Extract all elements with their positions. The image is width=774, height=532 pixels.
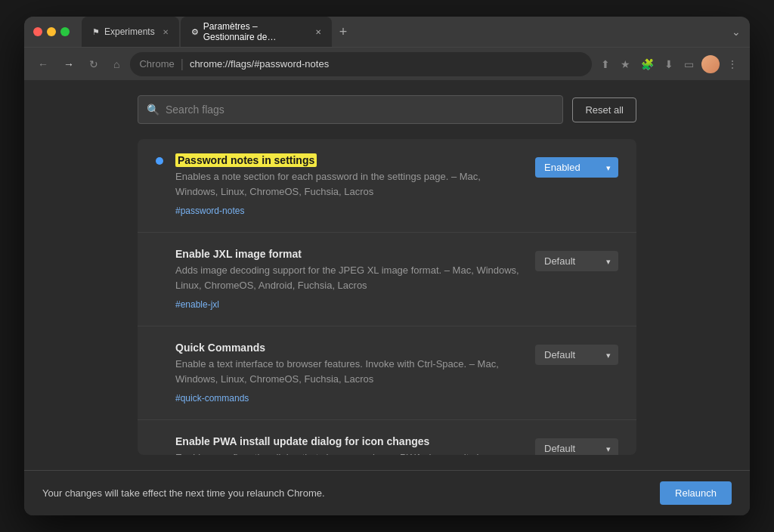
default-dropdown-wrapper-jxl: Default Enabled Disabled bbox=[535, 251, 618, 271]
address-bar[interactable]: Chrome | chrome://flags/#password-notes bbox=[130, 52, 592, 76]
flag-info-pwa-update: Enable PWA install update dialog for ico… bbox=[175, 435, 523, 455]
new-tab-button[interactable]: + bbox=[333, 17, 354, 47]
flag-desc-password-notes: Enables a note section for each password… bbox=[175, 169, 523, 199]
flag-name-pwa-update: Enable PWA install update dialog for ico… bbox=[175, 435, 523, 447]
flags-list: Password notes in settings Enables a not… bbox=[138, 139, 636, 455]
flag-link-password-notes[interactable]: #password-notes bbox=[175, 206, 244, 216]
forward-button[interactable]: → bbox=[59, 55, 79, 73]
minimize-button[interactable] bbox=[47, 27, 56, 36]
flag-name-jxl: Enable JXL image format bbox=[175, 248, 523, 260]
flag-desc-quick-commands: Enable a text interface to browser featu… bbox=[175, 357, 523, 386]
share-button[interactable]: ⬆ bbox=[598, 55, 613, 73]
address-url: chrome://flags/#password-notes bbox=[190, 58, 329, 70]
title-bar: ⚑ Experiments ✕ ⚙ Paramètres – Gestionna… bbox=[24, 17, 750, 47]
enabled-dropdown-wrapper: Enabled Disabled Default bbox=[535, 157, 618, 178]
flag-dropdown-quick-commands[interactable]: Default Enabled Disabled bbox=[535, 345, 618, 365]
cast-button[interactable]: ▭ bbox=[681, 55, 697, 73]
avatar[interactable] bbox=[701, 55, 720, 73]
extensions-button[interactable]: 🧩 bbox=[638, 55, 657, 73]
tab-experiments-label: Experiments bbox=[104, 26, 155, 37]
flag-item-enable-jxl: Enable JXL image format Adds image decod… bbox=[138, 233, 636, 326]
flag-desc-pwa-update: Enable a confirmation dialog that shows … bbox=[175, 450, 523, 455]
flags-container: 🔍 Reset all Password notes in settings bbox=[24, 80, 750, 470]
flag-dropdown-jxl[interactable]: Default Enabled Disabled bbox=[535, 251, 618, 271]
search-input-wrapper: 🔍 bbox=[138, 95, 563, 124]
flag-link-quick-commands[interactable]: #quick-commands bbox=[175, 393, 249, 404]
reset-all-button[interactable]: Reset all bbox=[572, 97, 636, 122]
reload-button[interactable]: ↻ bbox=[85, 55, 103, 73]
settings-tab-icon: ⚙ bbox=[191, 27, 199, 37]
tab-settings[interactable]: ⚙ Paramètres – Gestionnaire de… ✕ bbox=[181, 17, 332, 47]
flag-info-password-notes: Password notes in settings Enables a not… bbox=[175, 154, 523, 217]
tab-experiments[interactable]: ⚑ Experiments ✕ bbox=[82, 17, 179, 47]
notification-text: Your changes will take effect the next t… bbox=[42, 487, 325, 499]
flag-dropdown-password-notes[interactable]: Enabled Disabled Default bbox=[535, 157, 618, 178]
flag-item-password-notes: Password notes in settings Enables a not… bbox=[138, 139, 636, 233]
tabs-bar: ⚑ Experiments ✕ ⚙ Paramètres – Gestionna… bbox=[82, 17, 726, 47]
nav-bar: ← → ↻ ⌂ Chrome | chrome://flags/#passwor… bbox=[24, 47, 750, 80]
flag-info-quick-commands: Quick Commands Enable a text interface t… bbox=[175, 342, 523, 404]
flag-control-quick-commands: Default Enabled Disabled bbox=[535, 345, 618, 365]
search-icon: 🔍 bbox=[147, 104, 159, 116]
traffic-lights bbox=[33, 27, 70, 36]
nav-actions: ⬆ ★ 🧩 ⬇ ▭ ⋮ bbox=[598, 55, 741, 73]
bookmark-button[interactable]: ★ bbox=[618, 55, 633, 73]
flag-name-quick-commands: Quick Commands bbox=[175, 342, 523, 354]
tab-settings-close[interactable]: ✕ bbox=[315, 28, 321, 36]
browser-window: ⚑ Experiments ✕ ⚙ Paramètres – Gestionna… bbox=[24, 17, 750, 515]
address-chrome-label: Chrome bbox=[139, 58, 174, 70]
notification-bar: Your changes will take effect the next t… bbox=[24, 470, 750, 515]
relaunch-button[interactable]: Relaunch bbox=[660, 481, 732, 505]
flag-item-quick-commands: Quick Commands Enable a text interface t… bbox=[138, 326, 636, 420]
flag-control-password-notes: Enabled Disabled Default bbox=[535, 157, 618, 178]
page-content: 🔍 Reset all Password notes in settings bbox=[24, 80, 750, 515]
experiments-tab-icon: ⚑ bbox=[92, 27, 100, 37]
flag-item-pwa-update: Enable PWA install update dialog for ico… bbox=[138, 420, 636, 455]
close-button[interactable] bbox=[33, 27, 42, 36]
flag-info-jxl: Enable JXL image format Adds image decod… bbox=[175, 248, 523, 311]
back-button[interactable]: ← bbox=[33, 55, 53, 73]
tab-menu-button[interactable]: ⌄ bbox=[732, 26, 741, 38]
flag-link-jxl[interactable]: #enable-jxl bbox=[175, 299, 219, 310]
flag-control-pwa-update: Default Enabled Disabled bbox=[535, 438, 618, 455]
search-input[interactable] bbox=[138, 95, 563, 124]
default-dropdown-wrapper-pwa-update: Default Enabled Disabled bbox=[535, 438, 618, 455]
flag-name-highlighted: Password notes in settings bbox=[175, 153, 317, 167]
flag-dropdown-pwa-update[interactable]: Default Enabled Disabled bbox=[535, 438, 618, 455]
tab-experiments-close[interactable]: ✕ bbox=[163, 28, 169, 36]
more-menu-button[interactable]: ⋮ bbox=[724, 55, 741, 73]
flag-active-dot bbox=[156, 157, 163, 165]
search-bar-row: 🔍 Reset all bbox=[138, 95, 636, 124]
tab-settings-label: Paramètres – Gestionnaire de… bbox=[203, 21, 308, 42]
flag-name-password-notes: Password notes in settings bbox=[175, 154, 523, 166]
flag-indicator-password-notes bbox=[156, 157, 163, 165]
maximize-button[interactable] bbox=[60, 27, 70, 36]
download-button[interactable]: ⬇ bbox=[661, 55, 676, 73]
flag-control-jxl: Default Enabled Disabled bbox=[535, 251, 618, 271]
flag-desc-jxl: Adds image decoding support for the JPEG… bbox=[175, 263, 523, 292]
default-dropdown-wrapper-quick-commands: Default Enabled Disabled bbox=[535, 345, 618, 365]
home-button[interactable]: ⌂ bbox=[109, 55, 124, 73]
